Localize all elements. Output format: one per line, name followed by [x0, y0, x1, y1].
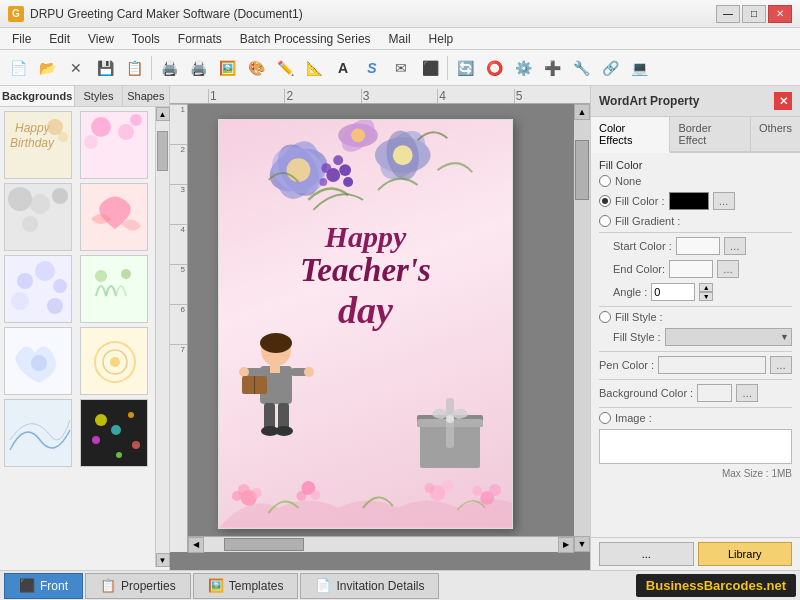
tab-shapes[interactable]: Shapes: [123, 86, 169, 106]
maximize-button[interactable]: □: [742, 5, 766, 23]
toolbar-export[interactable]: 💻: [625, 54, 653, 82]
fill-style-dropdown-row: Fill Style : ▼: [599, 328, 792, 346]
property-dots-button[interactable]: ...: [599, 542, 694, 566]
toolbar-link[interactable]: 🔗: [596, 54, 624, 82]
toolbar-shape[interactable]: 📐: [300, 54, 328, 82]
toolbar-open[interactable]: 📂: [33, 54, 61, 82]
toolbar-pen[interactable]: ✏️: [271, 54, 299, 82]
toolbar-text[interactable]: A: [329, 54, 357, 82]
toolbar-new[interactable]: 📄: [4, 54, 32, 82]
close-button[interactable]: ✕: [768, 5, 792, 23]
tab-backgrounds[interactable]: Backgrounds: [0, 86, 75, 106]
svg-point-52: [339, 164, 351, 176]
radio-fill-style[interactable]: [599, 311, 611, 323]
property-content: Fill Color None Fill Color : … Fill Grad…: [591, 153, 800, 537]
bg-color-dots-button[interactable]: …: [736, 384, 758, 402]
toolbar-save[interactable]: 💾: [91, 54, 119, 82]
toolbar-print1[interactable]: 🖨️: [155, 54, 183, 82]
svg-point-21: [47, 298, 63, 314]
tab-front[interactable]: ⬛ Front: [4, 573, 83, 599]
angle-input[interactable]: [651, 283, 695, 301]
library-button[interactable]: Library: [698, 542, 793, 566]
toolbar-close[interactable]: ✕: [62, 54, 90, 82]
fill-color-row: Fill Color : …: [599, 192, 792, 210]
bg-color-picker[interactable]: [697, 384, 732, 402]
end-color-picker[interactable]: [669, 260, 713, 278]
svg-point-33: [95, 414, 107, 426]
svg-point-47: [393, 145, 413, 165]
toolbar-mail[interactable]: ✉: [387, 54, 415, 82]
image-path-field[interactable]: [599, 429, 792, 464]
toolbar-copy[interactable]: 📋: [120, 54, 148, 82]
toolbar-wordart[interactable]: S: [358, 54, 386, 82]
fill-color-picker[interactable]: [669, 192, 709, 210]
tab-templates[interactable]: 🖼️ Templates: [193, 573, 299, 599]
pen-color-dots-button[interactable]: …: [770, 356, 792, 374]
list-item[interactable]: [80, 183, 148, 251]
menu-formats[interactable]: Formats: [170, 30, 230, 48]
toolbar-barcode[interactable]: ⬛: [416, 54, 444, 82]
list-item[interactable]: [4, 399, 72, 467]
toolbar-add[interactable]: ➕: [538, 54, 566, 82]
tab-invitation-details[interactable]: 📄 Invitation Details: [300, 573, 439, 599]
radio-image[interactable]: [599, 412, 611, 424]
card-teachers: Teacher's: [219, 253, 512, 288]
canvas-scroll-down[interactable]: ▼: [574, 536, 590, 552]
end-color-row: End Color: …: [599, 260, 792, 278]
radio-fill-color[interactable]: [599, 195, 611, 207]
angle-increment[interactable]: ▲: [699, 283, 713, 292]
canvas-scroll-up[interactable]: ▲: [574, 104, 590, 120]
separator-5: [599, 407, 792, 408]
scroll-down-button[interactable]: ▼: [156, 553, 170, 567]
fill-style-dropdown[interactable]: ▼: [665, 328, 792, 346]
tab-properties[interactable]: 📋 Properties: [85, 573, 191, 599]
list-item[interactable]: [80, 399, 148, 467]
horizontal-scrollbar[interactable]: ◀ ▶: [188, 536, 574, 552]
toolbar-settings[interactable]: ⚙️: [509, 54, 537, 82]
toolbar-tool[interactable]: 🔧: [567, 54, 595, 82]
toolbar-rotate[interactable]: 🔄: [451, 54, 479, 82]
fill-style-label: Fill Style :: [599, 331, 661, 343]
canvas-vertical-scrollbar[interactable]: ▲ ▼: [574, 104, 590, 552]
scroll-up-button[interactable]: ▲: [156, 107, 170, 121]
greeting-card: Happy Teacher's day: [218, 119, 513, 529]
toolbar-print2[interactable]: 🖨️: [184, 54, 212, 82]
tab-border-effect[interactable]: Border Effect: [670, 117, 751, 151]
list-item[interactable]: [4, 327, 72, 395]
tab-styles[interactable]: Styles: [75, 86, 122, 106]
list-item[interactable]: [4, 183, 72, 251]
scroll-left-button[interactable]: ◀: [188, 537, 204, 553]
toolbar-circle[interactable]: ⭕: [480, 54, 508, 82]
radio-none[interactable]: [599, 175, 611, 187]
scroll-right-button[interactable]: ▶: [558, 537, 574, 553]
menu-view[interactable]: View: [80, 30, 122, 48]
property-close-button[interactable]: ✕: [774, 92, 792, 110]
toolbar-image[interactable]: 🖼️: [213, 54, 241, 82]
pen-color-picker[interactable]: [658, 356, 766, 374]
fill-color-dots-button[interactable]: …: [713, 192, 735, 210]
list-item[interactable]: Happy Birthday: [4, 111, 72, 179]
start-color-picker[interactable]: [676, 237, 720, 255]
minimize-button[interactable]: —: [716, 5, 740, 23]
thumbnail-grid: Happy Birthday: [4, 111, 151, 467]
menu-tools[interactable]: Tools: [124, 30, 168, 48]
separator-3: [599, 351, 792, 352]
list-item[interactable]: [4, 255, 72, 323]
angle-decrement[interactable]: ▼: [699, 292, 713, 301]
panel-content: Happy Birthday: [0, 107, 155, 567]
wordart-property-header: WordArt Property ✕: [591, 86, 800, 117]
tab-others[interactable]: Others: [751, 117, 800, 151]
list-item[interactable]: [80, 327, 148, 395]
menu-help[interactable]: Help: [421, 30, 462, 48]
start-color-dots-button[interactable]: …: [724, 237, 746, 255]
radio-fill-gradient[interactable]: [599, 215, 611, 227]
end-color-dots-button[interactable]: …: [717, 260, 739, 278]
menu-file[interactable]: File: [4, 30, 39, 48]
list-item[interactable]: [80, 255, 148, 323]
toolbar-color[interactable]: 🎨: [242, 54, 270, 82]
menu-edit[interactable]: Edit: [41, 30, 78, 48]
tab-color-effects[interactable]: Color Effects: [591, 117, 670, 153]
list-item[interactable]: [80, 111, 148, 179]
menu-mail[interactable]: Mail: [381, 30, 419, 48]
menu-batch-processing[interactable]: Batch Processing Series: [232, 30, 379, 48]
